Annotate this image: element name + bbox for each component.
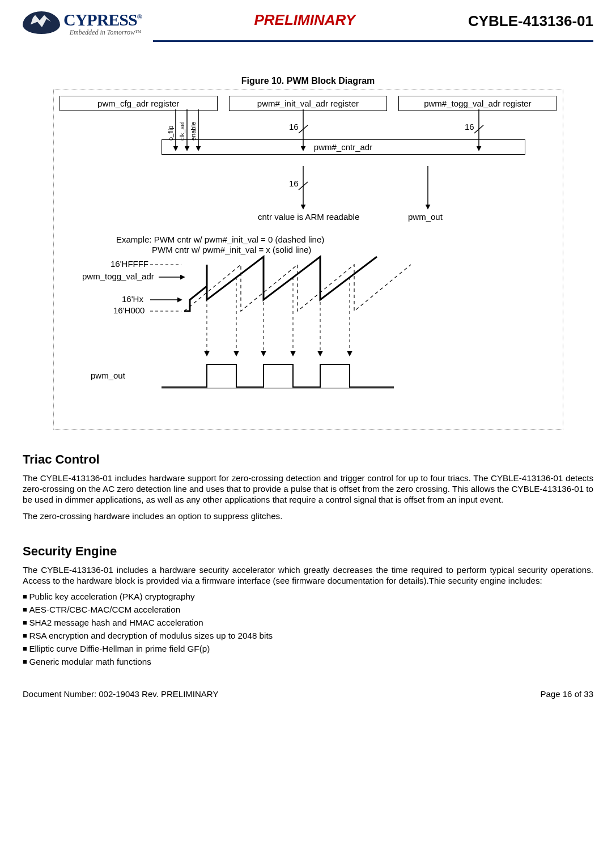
svg-marker-20 xyxy=(204,351,210,356)
company-logo: CYPRESS® Embedded in Tomorrow™ xyxy=(23,11,142,37)
pwm-out-signal: pwm_out xyxy=(408,212,443,222)
y-togg: pwm_togg_val_adr xyxy=(82,271,154,281)
page-footer: Document Number: 002-19043 Rev. PRELIMIN… xyxy=(23,689,593,699)
bus-width-b: 16 xyxy=(465,122,474,131)
example-line-2: PWM cntr w/ pwm#_init_val = x (solid lin… xyxy=(152,245,311,254)
sig-enable: enable xyxy=(190,122,197,141)
list-item: AES-CTR/CBC-MAC/CCM acceleration xyxy=(23,605,593,614)
svg-marker-24 xyxy=(317,351,323,356)
svg-marker-25 xyxy=(347,351,352,356)
list-item: SHA2 message hash and HMAC acceleration xyxy=(23,618,593,627)
diagram-svg: o_flip clk_sel enable 16 16 16 cntr valu… xyxy=(60,109,558,427)
logo-mark-icon xyxy=(23,11,60,34)
example-line-1: Example: PWM cntr w/ pwm#_init_val = 0 (… xyxy=(116,235,324,244)
page-number: Page 16 of 33 xyxy=(541,689,593,699)
triac-paragraph-2: The zero-crossing hardware includes an o… xyxy=(23,511,593,521)
y-h000: 16'H000 xyxy=(113,305,145,315)
logo-text: CYPRESS® xyxy=(63,11,142,28)
sig-o-flip: o_flip xyxy=(167,126,174,141)
security-paragraph-1: The CYBLE-413136-01 includes a hardware … xyxy=(23,564,593,586)
logo-tagline: Embedded in Tomorrow™ xyxy=(70,28,142,37)
reg-pwm-init: pwm#_init_val_adr register xyxy=(229,96,387,111)
sig-clk-sel: clk_sel xyxy=(179,121,185,141)
doc-status: PRELIMINARY xyxy=(142,11,468,27)
figure-caption: Figure 10. PWM Block Diagram xyxy=(23,76,593,86)
cntr-readable: cntr value is ARM readable xyxy=(258,212,359,222)
pwm-block-diagram: pwm_cfg_adr register pwm#_init_val_adr r… xyxy=(53,90,563,430)
triac-paragraph-1: The CYBLE-413136-01 includes hardware su… xyxy=(23,473,593,505)
pwm-out-axis-label: pwm_out xyxy=(91,371,126,380)
svg-marker-21 xyxy=(233,351,239,356)
header-rule xyxy=(153,40,593,42)
heading-triac-control: Triac Control xyxy=(23,452,593,467)
bus-width-a: 16 xyxy=(289,122,299,131)
part-number: CYBLE-413136-01 xyxy=(468,11,593,30)
reg-pwm-cfg: pwm_cfg_adr register xyxy=(60,96,218,111)
list-item: Generic modular math functions xyxy=(23,657,593,666)
svg-marker-22 xyxy=(261,351,266,356)
page-header: CYPRESS® Embedded in Tomorrow™ PRELIMINA… xyxy=(23,11,593,37)
svg-marker-23 xyxy=(290,351,296,356)
y-ffff: 16'HFFFF xyxy=(111,259,148,269)
reg-pwm-togg: pwm#_togg_val_adr register xyxy=(398,96,556,111)
doc-number: Document Number: 002-19043 Rev. PRELIMIN… xyxy=(23,689,218,699)
y-hx: 16'Hx xyxy=(122,294,143,304)
list-item: Elliptic curve Diffie-Hellman in prime f… xyxy=(23,644,593,653)
list-item: Public key acceleration (PKA) cryptograp… xyxy=(23,592,593,601)
bus-width-c: 16 xyxy=(289,179,299,188)
security-bullet-list: Public key acceleration (PKA) cryptograp… xyxy=(23,592,593,666)
heading-security-engine: Security Engine xyxy=(23,544,593,559)
list-item: RSA encryption and decryption of modulus… xyxy=(23,631,593,640)
